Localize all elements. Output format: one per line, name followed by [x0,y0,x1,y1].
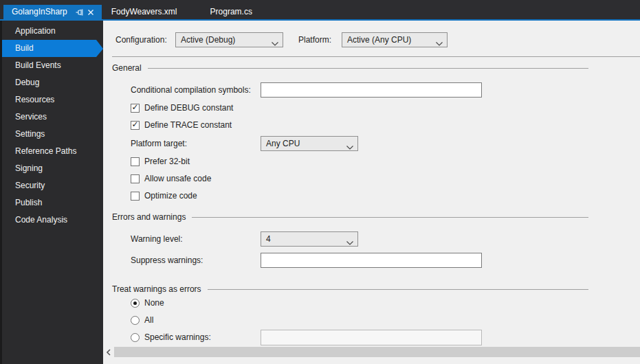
specific-warnings-input[interactable] [261,330,482,345]
close-icon[interactable] [85,7,96,18]
checkbox-icon[interactable]: ✓ [131,174,140,183]
divider [208,289,588,290]
sidebar-item-reference-paths[interactable]: Reference Paths [2,143,103,160]
build-settings-panel: Configuration: Active (Debug) Platform: … [103,21,640,364]
section-errors-warnings: Errors and warnings [112,212,588,222]
document-tab-bar: GolangInSharp FodyWeavers.xml Program.cs [0,0,640,21]
platform-target-label: Platform target: [131,136,187,151]
warning-level-value: 4 [266,234,271,244]
checkbox-define-debug[interactable]: ✓ Define DEBUG constant [131,100,233,115]
chevron-down-icon [346,238,353,247]
divider [192,217,588,218]
sidebar-item-application[interactable]: Application [2,23,103,40]
checkbox-icon[interactable]: ✓ [131,157,140,166]
platform-select[interactable]: Active (Any CPU) [342,32,448,47]
sidebar-item-build[interactable]: Build [2,40,96,57]
checkbox-define-trace[interactable]: ✓ Define TRACE constant [131,117,232,133]
property-pages-sidebar: Application Build Build Events Debug Res… [0,21,103,364]
section-general: General [112,63,588,73]
radio-none[interactable]: None [131,295,164,310]
sidebar-item-security[interactable]: Security [2,177,103,194]
warning-level-select[interactable]: 4 [261,231,358,247]
tab-label: Program.cs [210,5,252,19]
platform-value: Active (Any CPU) [347,35,411,45]
chevron-down-icon [436,38,443,48]
sidebar-item-signing[interactable]: Signing [2,160,103,177]
horizontal-scrollbar[interactable] [103,346,640,358]
configuration-label: Configuration: [115,32,167,47]
tab-label: GolangInSharp [12,5,67,19]
sidebar-item-code-analysis[interactable]: Code Analysis [2,212,103,229]
tab-fodyweavers[interactable]: FodyWeavers.xml [104,5,184,19]
configuration-select[interactable]: Active (Debug) [175,32,283,47]
platform-label: Platform: [298,32,331,47]
sidebar-item-settings[interactable]: Settings [2,126,103,143]
radio-icon[interactable] [131,333,140,342]
checkbox-prefer-32bit[interactable]: ✓ Prefer 32-bit [131,154,190,169]
suppress-warnings-input[interactable] [261,253,482,268]
platform-target-select[interactable]: Any CPU [261,136,358,151]
suppress-warnings-label: Suppress warnings: [131,253,203,268]
checkbox-icon[interactable]: ✓ [131,121,140,130]
configuration-value: Active (Debug) [181,35,235,45]
radio-icon[interactable] [131,299,140,308]
sidebar-item-resources[interactable]: Resources [2,91,103,109]
checkbox-allow-unsafe[interactable]: ✓ Allow unsafe code [131,171,211,186]
tab-label: FodyWeavers.xml [111,5,177,19]
conditional-symbols-input[interactable] [261,82,482,98]
scroll-left-icon[interactable] [103,346,114,358]
sidebar-item-services[interactable]: Services [2,109,103,126]
project-properties-window: GolangInSharp FodyWeavers.xml Program.cs [0,0,640,364]
warning-level-label: Warning level: [131,231,183,247]
checkbox-optimize-code[interactable]: ✓ Optimize code [131,188,197,203]
radio-icon[interactable] [131,316,140,325]
platform-target-value: Any CPU [266,139,300,148]
section-treat-warnings: Treat warnings as errors [112,284,588,294]
sidebar-item-publish[interactable]: Publish [2,194,103,212]
divider [148,68,588,69]
chevron-down-icon [272,38,278,48]
scrollbar-thumb[interactable] [114,347,640,357]
pin-icon[interactable] [74,7,85,18]
checkbox-icon[interactable]: ✓ [131,104,140,113]
divider [112,56,640,57]
conditional-symbols-label: Conditional compilation symbols: [131,82,251,98]
tab-programcs[interactable]: Program.cs [203,5,259,19]
checkbox-icon[interactable]: ✓ [131,192,140,201]
chevron-down-icon [346,142,353,152]
sidebar-item-debug[interactable]: Debug [2,74,103,91]
sidebar-item-build-events[interactable]: Build Events [2,57,103,74]
radio-all[interactable]: All [131,312,153,328]
radio-specific-warnings[interactable]: Specific warnings: [131,330,211,345]
tab-golanginsharp[interactable]: GolangInSharp [3,5,102,19]
